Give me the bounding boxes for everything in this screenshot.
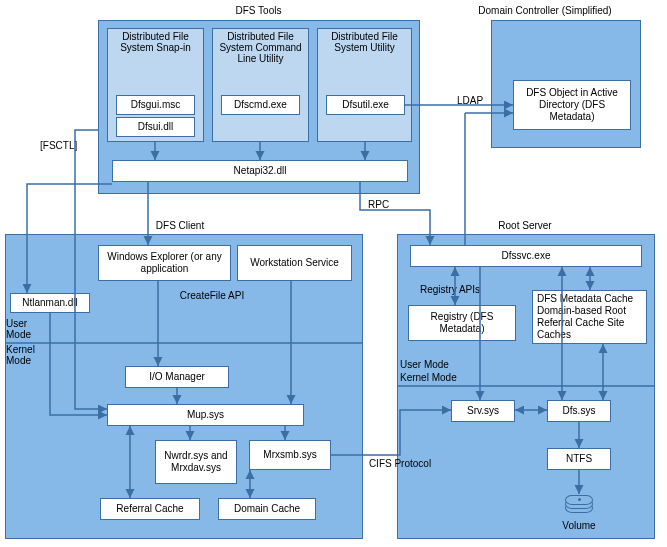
kernel-mode2-label: Kernel Mode [400, 372, 480, 383]
mup-node: Mup.sys [107, 404, 304, 426]
volume-label: Volume [559, 520, 599, 531]
nwrdr-node: Nwrdr.sys and Mrxdav.sys [155, 440, 237, 484]
rpc-label: RPC [368, 199, 389, 210]
dfs-object-node: DFS Object in Active Directory (DFS Meta… [513, 80, 631, 130]
volume-icon [565, 495, 593, 517]
dfsui-node: Dfsui.dll [116, 117, 195, 137]
iomgr-node: I/O Manager [125, 366, 229, 388]
cifs-label: CIFS Protocol [360, 458, 440, 469]
explorer-node: Windows Explorer (or any application [98, 245, 231, 281]
dfsutil-node: Dfsutil.exe [326, 95, 405, 115]
user-mode1-label: User Mode [6, 318, 46, 340]
domain-cache-node: Domain Cache [218, 498, 316, 520]
root-server-group [397, 234, 655, 539]
fsctl-label: [FSCTL] [40, 140, 77, 151]
registry-node: Registry (DFS Metadata) [408, 305, 516, 341]
registry-apis-label: Registry APIs [420, 284, 520, 295]
dfssvc-node: Dfssvc.exe [410, 245, 642, 267]
ntlanman-node: Ntlanman.dll [10, 293, 90, 313]
cmd-util-label: Distributed File System Command Line Uti… [215, 31, 306, 64]
root-server-title: Root Server [440, 220, 610, 231]
dfs-client-title: DFS Client [30, 220, 330, 231]
ntfs-node: NTFS [547, 448, 611, 470]
dfscmd-node: Dfscmd.exe [221, 95, 300, 115]
mrxsmb-node: Mrxsmb.sys [249, 440, 331, 470]
referral-node: Referral Cache [100, 498, 200, 520]
sys-util-label: Distributed File System Utility [320, 31, 409, 53]
srv-node: Srv.sys [451, 400, 515, 422]
metadata-cache-node: DFS Metadata Cache Domain-based Root Ref… [532, 290, 647, 344]
netapi-node: Netapi32.dll [112, 160, 408, 182]
dfs-tools-title: DFS Tools [98, 5, 419, 16]
snap-in-label: Distributed File System Snap-in [110, 31, 201, 53]
ldap-label: LDAP [457, 95, 483, 106]
kernel-mode1-label: Kernel Mode [6, 344, 46, 366]
createfile-label: CreateFile API [152, 290, 272, 301]
user-mode2-label: User Mode [400, 359, 480, 370]
dfsgui-node: Dfsgui.msc [116, 95, 195, 115]
domain-controller-title: Domain Controller (Simplified) [445, 5, 645, 16]
dfssys-node: Dfs.sys [547, 400, 611, 422]
ws-service-node: Workstation Service [237, 245, 352, 281]
